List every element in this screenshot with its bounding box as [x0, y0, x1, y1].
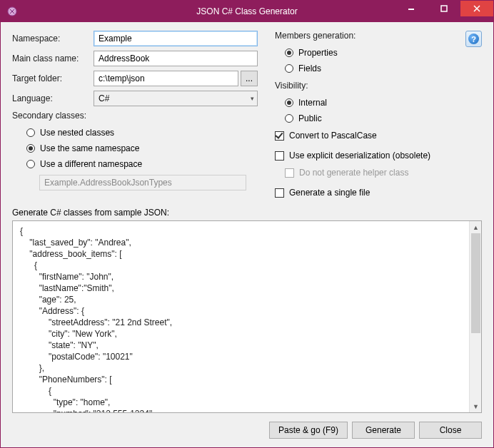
check-explicit-deserialization[interactable]: Use explicit deserialization (obsolete) — [275, 148, 482, 163]
scrollbar-thumb[interactable] — [471, 233, 480, 333]
app-window: JSON C# Class Generator ? Namespace: — [0, 0, 494, 448]
check-no-helper-class: Do not generate helper class — [275, 165, 482, 180]
chevron-down-icon: ▾ — [251, 95, 254, 102]
radio-fields[interactable]: Fields — [275, 61, 482, 76]
maximize-button[interactable] — [428, 1, 460, 16]
radio-label: Use a different namespace — [40, 159, 142, 169]
checkbox-icon — [275, 151, 284, 161]
generate-button[interactable]: Generate — [352, 422, 415, 439]
radio-label: Public — [298, 113, 322, 123]
radio-icon — [285, 114, 293, 123]
check-label: Convert to PascalCase — [289, 131, 377, 141]
json-sample-label: Generate C# classes from sample JSON: — [12, 208, 482, 218]
body: ? Namespace: Main class name: Target fol… — [1, 22, 493, 447]
target-folder-label: Target folder: — [12, 73, 94, 83]
minimize-button[interactable] — [395, 1, 428, 16]
radio-public[interactable]: Public — [275, 111, 482, 126]
window-controls — [395, 1, 493, 16]
visibility-label: Visibility: — [275, 81, 482, 91]
vertical-scrollbar[interactable]: ▲ ▼ — [469, 221, 481, 412]
radio-label: Properties — [298, 48, 338, 58]
app-icon — [6, 6, 18, 17]
radio-internal[interactable]: Internal — [275, 95, 482, 111]
main-class-input[interactable] — [94, 51, 258, 66]
check-pascalcase[interactable]: Convert to PascalCase — [275, 128, 482, 143]
radio-icon — [285, 49, 293, 57]
json-textarea[interactable]: { "last_saved_by": "Andrea", "address_bo… — [12, 220, 482, 413]
help-button[interactable]: ? — [465, 31, 482, 47]
close-button[interactable]: Close — [419, 422, 482, 439]
browse-folder-button[interactable]: ... — [241, 71, 258, 86]
svg-rect-2 — [441, 6, 447, 11]
radio-same-namespace[interactable]: Use the same namespace — [12, 141, 258, 156]
secondary-classes-label: Secondary classes: — [12, 111, 258, 121]
check-label: Do not generate helper class — [299, 168, 408, 178]
language-select[interactable]: C# ▾ — [94, 91, 258, 106]
left-column: Namespace: Main class name: Target folde… — [12, 31, 258, 200]
radio-properties[interactable]: Properties — [275, 45, 482, 61]
main-class-label: Main class name: — [12, 54, 94, 63]
namespace-label: Namespace: — [12, 34, 94, 44]
namespace-input[interactable] — [94, 31, 258, 46]
footer-buttons: Paste & go (F9) Generate Close — [269, 422, 482, 439]
radio-icon — [26, 128, 35, 137]
window-title: JSON C# Class Generator — [196, 6, 297, 16]
check-label: Generate a single file — [289, 188, 370, 198]
target-folder-input[interactable] — [94, 71, 238, 86]
paste-and-go-button[interactable]: Paste & go (F9) — [269, 422, 348, 439]
scroll-up-icon[interactable]: ▲ — [470, 221, 482, 233]
check-single-file[interactable]: Generate a single file — [275, 185, 482, 200]
radio-label: Internal — [298, 98, 327, 108]
checkbox-icon — [275, 131, 284, 141]
checkbox-icon — [275, 188, 284, 198]
radio-nested-classes[interactable]: Use nested classes — [12, 125, 258, 141]
radio-icon — [285, 64, 293, 73]
scroll-down-icon[interactable]: ▼ — [470, 400, 482, 412]
radio-icon — [285, 98, 293, 107]
radio-label: Fields — [298, 63, 321, 73]
close-window-button[interactable] — [460, 1, 493, 16]
radio-label: Use the same namespace — [40, 143, 139, 153]
help-icon: ? — [468, 34, 479, 44]
check-label: Use explicit deserialization (obsolete) — [289, 151, 430, 161]
different-namespace-input: Example.AddressBookJsonTypes — [39, 175, 246, 190]
language-value: C# — [99, 93, 109, 103]
members-generation-label: Members generation: — [275, 31, 482, 41]
radio-different-namespace[interactable]: Use a different namespace — [12, 156, 258, 172]
titlebar[interactable]: JSON C# Class Generator — [1, 1, 493, 22]
language-label: Language: — [12, 93, 94, 103]
radio-label: Use nested classes — [40, 128, 114, 138]
radio-icon — [26, 144, 35, 153]
json-text-content[interactable]: { "last_saved_by": "Andrea", "address_bo… — [13, 221, 469, 412]
right-column: Members generation: Properties Fields Vi… — [275, 31, 482, 200]
radio-icon — [26, 160, 35, 168]
checkbox-icon — [285, 168, 294, 178]
svg-rect-1 — [408, 9, 414, 10]
